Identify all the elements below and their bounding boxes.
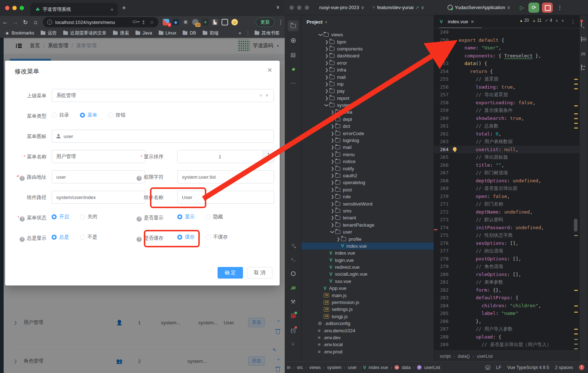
search-icon[interactable]: ○ [288,239,299,250]
project-switcher[interactable]: ruoyi-vue-pro-2023∨ [319,5,364,10]
browser-tab[interactable]: ☘ 芋道管理系统 × [31,3,118,16]
notifications-bell-icon[interactable] [581,21,582,27]
bookmark-item[interactable]: 近期需要读的文章 [63,30,106,36]
debug-tool-icon[interactable]: 🐞 [288,310,299,321]
tree-item-sensitiveWord[interactable]: ❯sensitiveWord [301,200,434,207]
tree-item-.env.local[interactable]: ≡.env.local [301,341,434,348]
tree-item-system[interactable]: ❯system [301,102,434,109]
help-icon[interactable]: ? [137,176,142,181]
chevron-icon[interactable]: ❯ [330,187,335,192]
tree-item-menu[interactable]: ❯menu [301,151,434,158]
radio-status-on[interactable]: 开启 [52,214,69,220]
help-icon[interactable]: ? [20,216,25,222]
help-icon[interactable]: ? [20,176,25,181]
recent-clock-icon[interactable] [288,268,299,279]
tree-item-.env.prod[interactable]: ≡.env.prod [301,348,434,355]
tree-item-operatelog[interactable]: ❯operatelog [301,179,434,186]
more-tools-icon[interactable]: ⋯ [288,78,299,89]
radio-directory[interactable]: 目录 [52,112,69,118]
status-path-item[interactable]: in [287,365,291,370]
file-type[interactable]: Vue TypeScript 4.9.5 [507,365,549,370]
chevron-icon[interactable]: ❯ [319,32,323,37]
parent-menu-select[interactable]: 系统管理 ✕▼ [52,89,274,102]
status-breadcrumb[interactable]: in›src›views›system›user›Vindex.vue›mdat… [287,365,440,370]
forward-button[interactable]: → [10,19,20,25]
copilot-status-icon[interactable] [485,365,490,370]
tab-close-icon[interactable]: × [110,7,113,12]
cancel-button[interactable]: 取 消 [247,267,272,279]
site-info-icon[interactable]: i [47,20,52,25]
tree-item-permission.js[interactable]: JSpermission.js [301,299,434,306]
tree-item-area[interactable]: ❯area [301,109,434,115]
chevron-icon[interactable]: ❯ [330,180,335,185]
editor-options-icon[interactable]: ⋮ [571,19,576,25]
status-path-item[interactable]: user [348,365,357,370]
chrome-update-button[interactable]: 更新 [256,17,275,27]
zoom-window-button[interactable] [20,6,24,10]
tree-item-infra[interactable]: ❯infra [301,66,434,73]
tree-item-tenant[interactable]: ❯tenant [301,214,434,221]
password-key-icon[interactable] [133,21,137,23]
stop-button[interactable] [542,3,553,13]
tree-item-socialLogin.vue[interactable]: VsocialLogin.vue [301,271,434,277]
tree-item-notice[interactable]: ❯notice [301,158,434,165]
radio-hidden[interactable]: 隐藏 [206,214,223,220]
chevron-icon[interactable]: ❯ [324,102,329,108]
status-path-item[interactable]: system [327,365,342,370]
chevron-icon[interactable]: ❯ [330,194,335,199]
bookmark-star-icon[interactable]: ☆ [150,20,154,25]
chevron-icon[interactable]: ❯ [330,202,335,206]
tree-item-index.vue[interactable]: Vindex.vue [301,250,434,256]
extension-evernote-icon[interactable]: ✳ [202,19,208,25]
chevron-icon[interactable]: ❯ [324,75,329,80]
chevron-icon[interactable]: ❯ [324,40,329,44]
reload-button[interactable]: ↻ [20,19,31,26]
extension-blocks-icon[interactable]: 9 [163,19,169,25]
editor-area[interactable]: V index.vue ✕ ⋮ ▲ 20 ▲ 11 ✓ 4 ∧∨ 249250e… [434,15,579,361]
home-button[interactable]: ⌂ [31,19,41,25]
tree-item-tenantPackage[interactable]: ❯tenantPackage [301,222,434,228]
tree-item-oauth2[interactable]: ❯oauth2 [301,172,434,179]
chevron-icon[interactable]: ❯ [324,61,329,65]
code-editor[interactable]: 249250export default {251 name: "User",2… [434,28,579,350]
status-path-item[interactable]: views [309,365,321,370]
tab-close-icon[interactable]: ✕ [471,19,474,24]
breadcrumb-data[interactable]: data() [458,354,470,359]
confirm-button[interactable]: 确 定 [218,267,243,279]
minimize-window-button[interactable] [12,6,17,10]
stepper-down-icon[interactable]: ▼ [263,157,274,163]
structure-tool-icon[interactable]: ▤ [288,49,299,60]
help-icon[interactable]: ? [137,237,142,242]
tree-item-dept[interactable]: ❯dept [301,116,434,123]
chevron-icon[interactable]: ❯ [330,229,335,235]
back-button[interactable]: ← [0,19,10,25]
tree-item-components[interactable]: ❯components [301,45,434,52]
ai-assistant-icon[interactable] [581,65,582,70]
stepper-up-icon[interactable]: ▲ [263,150,274,157]
jrebel-icon[interactable]: ❋ [288,64,299,75]
tree-item-profile[interactable]: ❯profile [301,235,434,242]
project-panel-header[interactable]: Project∨ [301,15,434,28]
dialog-close-icon[interactable]: ✕ [267,66,272,74]
chevron-icon[interactable]: ❯ [324,89,329,93]
radio-visible[interactable]: 显示 [177,214,195,220]
chevron-icon[interactable]: ❯ [324,46,329,51]
sort-stepper[interactable]: 1 ▲▼ [177,150,274,163]
split-view-icon[interactable] [222,19,228,25]
permission-input[interactable]: system:user:list [177,170,274,183]
commit-tool-icon[interactable] [288,35,299,46]
radio-no-cache[interactable]: 不缓存 [206,234,228,240]
browser-menu-icon[interactable]: ⋮ [277,19,285,25]
chevron-icon[interactable]: ❯ [330,159,335,164]
tree-item-views[interactable]: ❯views [301,31,434,38]
clear-icon[interactable]: ✕ [259,93,263,98]
chevron-icon[interactable]: ❯ [330,166,335,171]
address-bar[interactable]: i localhost:1024/system/menu ↥ ☆ [43,17,158,27]
chevron-icon[interactable]: ❯ [330,117,335,122]
bookmark-item[interactable]: ★Bookmarks [5,30,34,36]
tree-item-error[interactable]: ❯error [301,60,434,66]
tree-item-tongji.js[interactable]: JStongji.js [301,313,434,320]
zoom-window-button[interactable] [305,5,309,10]
tree-item-redirect.vue[interactable]: Vredirect.vue [301,264,434,271]
jrebel-rocket-icon[interactable]: JR [288,283,299,293]
